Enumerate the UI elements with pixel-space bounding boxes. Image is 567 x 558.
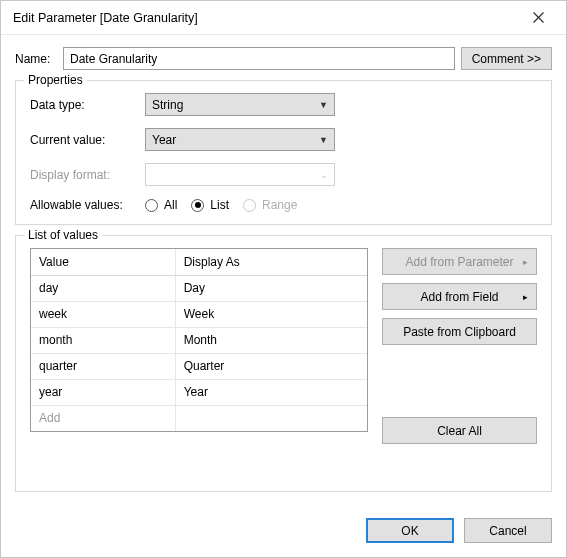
clear-all-button[interactable]: Clear All — [382, 417, 537, 444]
cell-value[interactable]: quarter — [31, 353, 175, 379]
values-table-wrap: Value Display As day Day week Week — [30, 248, 368, 432]
add-from-parameter-label: Add from Parameter — [405, 255, 513, 269]
radio-all[interactable]: All — [145, 198, 177, 212]
cancel-button[interactable]: Cancel — [464, 518, 552, 543]
display-format-row: Display format: ⌄ — [30, 163, 537, 186]
add-from-parameter-button[interactable]: Add from Parameter ▸ — [382, 248, 537, 275]
values-table: Value Display As day Day week Week — [31, 249, 367, 431]
chevron-down-icon: ▼ — [319, 135, 328, 145]
table-row[interactable]: year Year — [31, 379, 367, 405]
list-of-values-fieldset: List of values Value Display As day — [15, 235, 552, 492]
allowable-values-group: All List Range — [145, 198, 297, 212]
radio-list[interactable]: List — [191, 198, 229, 212]
radio-icon — [145, 199, 158, 212]
allowable-values-label: Allowable values: — [30, 198, 145, 212]
radio-all-label: All — [164, 198, 177, 212]
cell-display[interactable]: Day — [175, 275, 367, 301]
current-value-row: Current value: Year ▼ — [30, 128, 537, 151]
cell-display[interactable]: Month — [175, 327, 367, 353]
cell-value[interactable]: week — [31, 301, 175, 327]
cell-value[interactable]: day — [31, 275, 175, 301]
dialog-footer: OK Cancel — [1, 512, 566, 557]
properties-legend: Properties — [24, 73, 87, 87]
header-value[interactable]: Value — [31, 249, 175, 275]
properties-fieldset: Properties Data type: String ▼ Current v… — [15, 80, 552, 225]
arrow-right-icon: ▸ — [523, 292, 528, 302]
dialog-content: Name: Comment >> Properties Data type: S… — [1, 35, 566, 512]
comment-button-label: Comment >> — [472, 52, 541, 66]
chevron-down-icon: ⌄ — [320, 170, 328, 180]
list-area: Value Display As day Day week Week — [30, 248, 537, 477]
cell-display[interactable]: Quarter — [175, 353, 367, 379]
radio-list-label: List — [210, 198, 229, 212]
edit-parameter-dialog: Edit Parameter [Date Granularity] Name: … — [0, 0, 567, 558]
cell-value[interactable]: year — [31, 379, 175, 405]
radio-range-label: Range — [262, 198, 297, 212]
cell-display[interactable]: Year — [175, 379, 367, 405]
table-row[interactable]: week Week — [31, 301, 367, 327]
cell-value[interactable]: month — [31, 327, 175, 353]
ok-button[interactable]: OK — [366, 518, 454, 543]
display-format-label: Display format: — [30, 168, 145, 182]
table-row[interactable]: month Month — [31, 327, 367, 353]
comment-button[interactable]: Comment >> — [461, 47, 552, 70]
current-value-value: Year — [152, 133, 176, 147]
radio-range: Range — [243, 198, 297, 212]
radio-icon — [243, 199, 256, 212]
paste-from-clipboard-label: Paste from Clipboard — [403, 325, 516, 339]
close-icon — [533, 12, 544, 23]
name-label: Name: — [15, 52, 57, 66]
dialog-title: Edit Parameter [Date Granularity] — [13, 11, 518, 25]
data-type-row: Data type: String ▼ — [30, 93, 537, 116]
paste-from-clipboard-button[interactable]: Paste from Clipboard — [382, 318, 537, 345]
arrow-right-icon: ▸ — [523, 257, 528, 267]
name-input[interactable] — [63, 47, 455, 70]
name-row: Name: Comment >> — [15, 47, 552, 70]
add-placeholder[interactable]: Add — [31, 405, 175, 431]
header-display-as[interactable]: Display As — [175, 249, 367, 275]
cancel-label: Cancel — [489, 524, 526, 538]
radio-icon — [191, 199, 204, 212]
cell-display[interactable]: Week — [175, 301, 367, 327]
list-side-buttons: Add from Parameter ▸ Add from Field ▸ Pa… — [382, 248, 537, 444]
chevron-down-icon: ▼ — [319, 100, 328, 110]
current-value-select[interactable]: Year ▼ — [145, 128, 335, 151]
close-button[interactable] — [518, 4, 558, 32]
table-row[interactable]: quarter Quarter — [31, 353, 367, 379]
add-placeholder-display[interactable] — [175, 405, 367, 431]
add-from-field-button[interactable]: Add from Field ▸ — [382, 283, 537, 310]
current-value-label: Current value: — [30, 133, 145, 147]
ok-label: OK — [401, 524, 418, 538]
allowable-values-row: Allowable values: All List Range — [30, 198, 537, 212]
data-type-label: Data type: — [30, 98, 145, 112]
display-format-select[interactable]: ⌄ — [145, 163, 335, 186]
data-type-select[interactable]: String ▼ — [145, 93, 335, 116]
titlebar: Edit Parameter [Date Granularity] — [1, 1, 566, 35]
add-from-field-label: Add from Field — [420, 290, 498, 304]
table-add-row[interactable]: Add — [31, 405, 367, 431]
table-row[interactable]: day Day — [31, 275, 367, 301]
clear-all-label: Clear All — [437, 424, 482, 438]
data-type-value: String — [152, 98, 183, 112]
table-header-row: Value Display As — [31, 249, 367, 275]
list-of-values-legend: List of values — [24, 228, 102, 242]
